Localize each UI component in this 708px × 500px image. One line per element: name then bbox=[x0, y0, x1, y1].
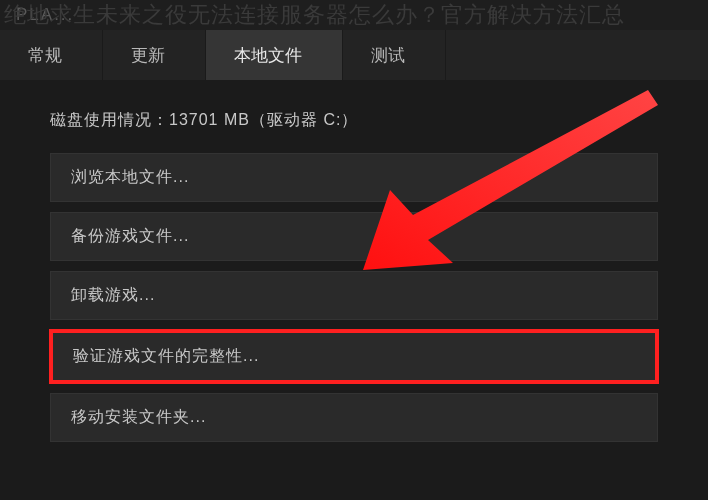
option-browse-local-files[interactable]: 浏览本地文件... bbox=[50, 153, 658, 202]
tab-local-files[interactable]: 本地文件 bbox=[206, 30, 343, 80]
properties-window: PLA... 常规 更新 本地文件 测试 磁盘使用情况：13701 MB（驱动器… bbox=[0, 0, 708, 500]
tab-betas[interactable]: 测试 bbox=[343, 30, 446, 80]
tabs-bar: 常规 更新 本地文件 测试 bbox=[0, 30, 708, 80]
tab-general[interactable]: 常规 bbox=[0, 30, 103, 80]
option-move-install-folder[interactable]: 移动安装文件夹... bbox=[50, 393, 658, 442]
tab-updates[interactable]: 更新 bbox=[103, 30, 206, 80]
option-verify-integrity[interactable]: 验证游戏文件的完整性... bbox=[50, 330, 658, 383]
option-backup-game-files[interactable]: 备份游戏文件... bbox=[50, 212, 658, 261]
option-uninstall-game[interactable]: 卸载游戏... bbox=[50, 271, 658, 320]
tab-content: 磁盘使用情况：13701 MB（驱动器 C:） 浏览本地文件... 备份游戏文件… bbox=[0, 80, 708, 500]
disk-usage-text: 磁盘使用情况：13701 MB（驱动器 C:） bbox=[50, 110, 658, 131]
article-title-overlay: 绝地求生未来之役无法连接服务器怎么办？官方解决方法汇总 bbox=[0, 0, 708, 32]
options-list: 浏览本地文件... 备份游戏文件... 卸载游戏... 验证游戏文件的完整性..… bbox=[50, 153, 658, 442]
